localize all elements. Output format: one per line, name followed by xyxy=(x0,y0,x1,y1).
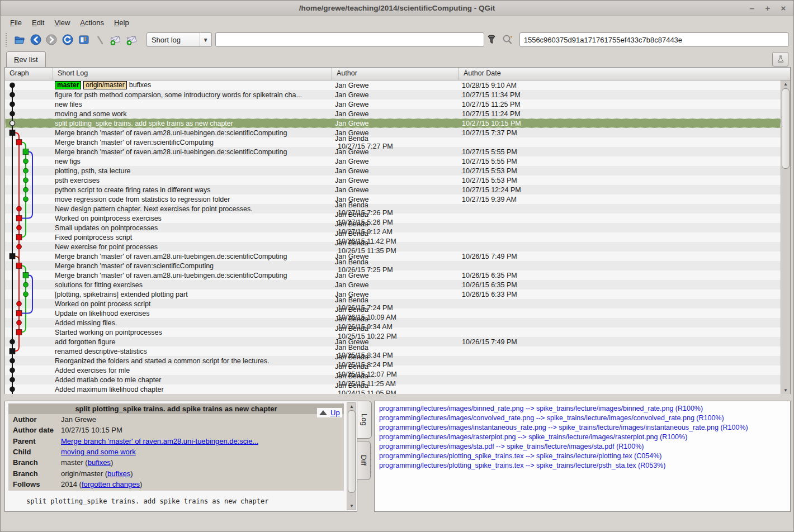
short-log-cell: renamed descriptive-statistics xyxy=(53,348,332,355)
changed-file-line[interactable]: programming/lectures/plotting_spike_trai… xyxy=(379,452,786,461)
short-log-cell: [plotting, spiketrains] extended plottin… xyxy=(53,291,332,298)
reload-button[interactable] xyxy=(60,32,75,47)
author-cell: Jan Grewe xyxy=(332,110,459,118)
commit-row[interactable]: figure for psth method comparsion, some … xyxy=(5,90,781,99)
log-view-select[interactable]: Short log ▼ xyxy=(146,32,212,47)
tab-rev-list[interactable]: Rev list xyxy=(6,51,46,67)
graph-cell xyxy=(5,213,53,223)
changed-file-line[interactable]: programming/lectures/images/sta.pdf --> … xyxy=(379,442,786,452)
tab-corner-button[interactable] xyxy=(772,52,788,66)
commit-row[interactable]: plotting, psth, sta lectureJan Grewe10/2… xyxy=(5,166,781,175)
apply-patch-button[interactable] xyxy=(125,32,139,47)
commit-row[interactable]: psth exercisesJan Grewe10/27/15 5:53 PM xyxy=(5,175,781,185)
short-log-cell: masterorigin/masterbufixes xyxy=(53,81,332,89)
short-log-cell: Merge branch 'master' of raven.am28.uni-… xyxy=(53,129,332,137)
commit-row[interactable]: Merge branch 'master' of raven:scientifi… xyxy=(5,137,781,147)
graph-cell xyxy=(5,232,53,242)
changed-file-line[interactable]: programming/lectures/images/rasterplot.p… xyxy=(379,433,786,442)
commit-message: Merge branch 'master' of raven.am28.uni-… xyxy=(55,253,287,260)
commit-row[interactable]: solutions for fitting exercisesJan Grewe… xyxy=(5,280,781,289)
graph-cell xyxy=(5,166,53,175)
column-header-short-log[interactable]: Short Log xyxy=(53,68,332,80)
details-scrollbar-thumb[interactable] xyxy=(348,410,356,493)
detail-link[interactable]: forgotten changes xyxy=(82,480,140,488)
tabbar: Rev list xyxy=(1,50,793,67)
changed-file-line[interactable]: programming/lectures/images/instantaneou… xyxy=(379,423,786,433)
tab-log[interactable]: Log xyxy=(357,401,372,439)
author-date-cell: 10/26/15 7:49 PM xyxy=(459,338,781,346)
forward-button[interactable] xyxy=(44,32,59,47)
graph-cell xyxy=(5,242,53,251)
commit-row[interactable]: Started working on pointprocessesJan Ben… xyxy=(5,327,781,337)
highlight-button[interactable] xyxy=(500,32,515,47)
graph-cell xyxy=(5,80,53,90)
column-header-author-date[interactable]: Author Date xyxy=(459,68,790,80)
details-scrollbar[interactable]: ▲ ▼ xyxy=(347,402,356,510)
menu-edit[interactable]: Edit xyxy=(27,17,49,28)
commit-message: New design pattern chapter. Next exercis… xyxy=(55,205,253,213)
commit-row[interactable]: Merge branch 'master' of raven.am28.uni-… xyxy=(5,270,781,280)
commit-message: psth exercises xyxy=(55,177,100,184)
detail-link[interactable]: moving and some work xyxy=(61,448,136,456)
wand-button[interactable] xyxy=(93,32,107,47)
commit-row[interactable]: new filesJan Grewe10/27/15 11:25 PM xyxy=(5,99,781,109)
column-header-graph[interactable]: Graph xyxy=(5,68,53,80)
forward-icon xyxy=(45,34,58,46)
commit-row[interactable]: python script to create firing rates in … xyxy=(5,185,781,194)
filter-button[interactable] xyxy=(484,32,499,47)
detail-text: ) xyxy=(111,458,113,467)
details-scroll-up[interactable]: ▲ xyxy=(347,403,356,410)
commit-message: new figs xyxy=(55,158,81,165)
close-button[interactable]: × xyxy=(779,4,788,13)
changed-file-line[interactable]: programming/lectures/images/binned_rate.… xyxy=(379,404,786,414)
commit-row[interactable]: moving and some workJan Grewe10/27/15 11… xyxy=(5,109,781,118)
scroll-down-arrow[interactable]: ▼ xyxy=(781,387,790,394)
tab-diff[interactable]: Diff xyxy=(357,441,371,480)
commit-message: Worked on pointprocess exercises xyxy=(55,215,162,222)
qgit-window: /home/grewe/teaching/2014/scientificComp… xyxy=(0,0,794,532)
scroll-up-arrow[interactable]: ▲ xyxy=(781,80,790,88)
open-repository-button[interactable] xyxy=(12,32,27,47)
author-cell: Jan Grewe xyxy=(332,101,459,108)
filter-input[interactable] xyxy=(215,32,484,47)
commit-row[interactable]: new figsJan Grewe10/27/15 5:55 PM xyxy=(5,156,781,166)
short-log-cell: plotting, psth, sta lecture xyxy=(53,167,332,175)
menu-help[interactable]: Help xyxy=(109,17,134,28)
author-date-cell: 10/28/15 9:10 AM xyxy=(459,82,781,89)
minimize-button[interactable]: – xyxy=(748,4,757,13)
titlebar[interactable]: /home/grewe/teaching/2014/scientificComp… xyxy=(1,1,793,16)
commit-row[interactable]: Merge branch 'master' of raven:scientifi… xyxy=(5,261,781,270)
splitter-handle[interactable] xyxy=(370,444,372,476)
up-link-box[interactable]: Up xyxy=(317,408,342,417)
author-date-cell: 10/27/15 5:55 PM xyxy=(459,148,781,156)
commit-row[interactable]: split plotting_spike trains. add spike t… xyxy=(5,118,781,128)
commit-message: Update on likelihood exercises xyxy=(55,310,150,317)
maximize-button[interactable]: + xyxy=(763,4,772,13)
details-scroll-down[interactable]: ▼ xyxy=(347,502,356,510)
save-patch-button[interactable] xyxy=(108,32,123,47)
back-button[interactable] xyxy=(29,32,43,47)
menu-actions[interactable]: Actions xyxy=(75,17,109,28)
commit-message: renamed descriptive-statistics xyxy=(55,348,147,355)
short-log-cell: new files xyxy=(53,101,332,108)
toolbar-handle[interactable] xyxy=(5,32,8,47)
sha-input[interactable]: 1556c960375d91a171761755ef433c7b8c87443e xyxy=(519,32,789,47)
graph-cell xyxy=(5,194,53,204)
commit-row[interactable]: New exercise for point processesJan Bend… xyxy=(5,242,781,251)
detail-link[interactable]: bufixes xyxy=(88,458,111,467)
toggle-view-button[interactable] xyxy=(77,32,91,47)
menu-view[interactable]: View xyxy=(49,17,75,28)
table-scrollbar[interactable]: ▲ ▼ xyxy=(781,80,790,394)
changed-file-line[interactable]: programming/lectures/plotting_spike_trai… xyxy=(379,461,786,471)
detail-link[interactable]: Merge branch 'master' of raven.am28.uni-… xyxy=(61,437,258,445)
commit-row[interactable]: Added maximum likelihood chapterJan Bend… xyxy=(5,384,781,394)
detail-link[interactable]: bufixes xyxy=(107,469,130,478)
menu-file[interactable]: File xyxy=(5,17,27,28)
column-header-author[interactable]: Author xyxy=(332,68,459,80)
changed-file-line[interactable]: programming/lectures/images/convolved_ra… xyxy=(379,414,786,423)
up-link[interactable]: Up xyxy=(330,408,340,417)
commit-row[interactable]: masterorigin/masterbufixesJan Grewe10/28… xyxy=(5,80,781,90)
scrollbar-thumb[interactable] xyxy=(782,88,790,169)
author-cell: Jan Grewe xyxy=(332,177,459,184)
commit-row[interactable]: Merge branch 'master' of raven.am28.uni-… xyxy=(5,147,781,156)
